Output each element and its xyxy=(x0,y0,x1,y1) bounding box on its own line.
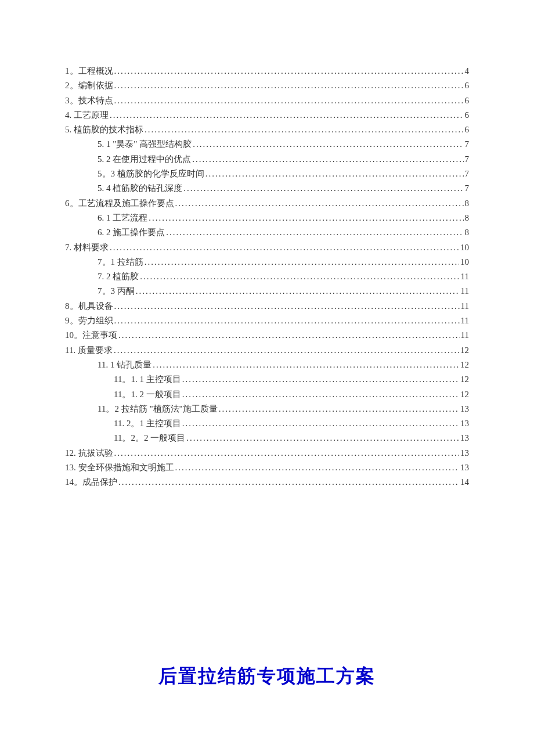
toc-page: 12 xyxy=(460,358,469,372)
toc-dots xyxy=(118,328,460,342)
toc-dots xyxy=(110,240,459,254)
toc-dots xyxy=(114,78,464,92)
toc-dots xyxy=(166,225,463,239)
toc-label: 4. 工艺原理 xyxy=(65,108,109,122)
toc-label: 13. 安全环保措施和文明施工 xyxy=(65,460,174,474)
toc-label: 11。1. 1 主控项目 xyxy=(114,372,181,386)
toc-dots xyxy=(186,431,459,445)
toc-entry: 11。1. 2 一般项目12 xyxy=(65,387,469,401)
toc-page: 13 xyxy=(460,431,469,445)
toc-entry: 9。劳力组织11 xyxy=(65,314,469,327)
toc-entry: 1。工程概况4 xyxy=(65,64,469,78)
toc-page: 4 xyxy=(465,64,470,78)
toc-dots xyxy=(205,167,464,181)
toc-entry: 13. 安全环保措施和文明施工13 xyxy=(65,460,469,474)
toc-entry: 7。3 丙酮11 xyxy=(65,284,469,298)
toc-dots xyxy=(114,299,460,313)
toc-entry: 5. 植筋胶的技术指标6 xyxy=(65,123,469,136)
toc-entry: 6. 2 施工操作要点8 xyxy=(65,225,469,239)
toc-label: 10。注意事项 xyxy=(65,328,117,342)
toc-dots xyxy=(145,255,459,269)
toc-dots xyxy=(145,123,464,136)
toc-page: 12 xyxy=(460,343,469,357)
toc-page: 6 xyxy=(465,108,470,122)
toc-dots xyxy=(114,93,464,107)
toc-page: 7 xyxy=(465,152,470,166)
toc-entry: 4. 工艺原理6 xyxy=(65,108,469,122)
toc-label: 5. 4 植筋胶的钻孔深度 xyxy=(98,181,182,195)
toc-dots xyxy=(192,152,463,166)
toc-dots xyxy=(136,284,460,298)
toc-page: 7 xyxy=(465,167,470,181)
toc-entry: 5. 1 "昊泰" 高强型结构胶7 xyxy=(65,137,469,151)
toc-label: 8。机具设备 xyxy=(65,299,113,313)
toc-page: 13 xyxy=(460,460,469,474)
toc-label: 7. 2 植筋胶 xyxy=(98,269,139,283)
toc-entry: 2。编制依据6 xyxy=(65,78,469,92)
toc-page: 12 xyxy=(460,387,469,401)
toc-label: 6. 1 工艺流程 xyxy=(98,211,147,225)
toc-page: 11 xyxy=(461,328,469,342)
toc-entry: 11。2。2 一般项目13 xyxy=(65,431,469,445)
toc-label: 14。成品保护 xyxy=(65,475,117,489)
toc-entry: 11。2 拉结筋 "植筋法"施工质量13 xyxy=(65,402,469,416)
toc-page: 11 xyxy=(461,314,469,327)
toc-entry: 7。1 拉结筋10 xyxy=(65,255,469,269)
toc-dots xyxy=(140,269,459,283)
toc-page: 8 xyxy=(465,225,470,239)
toc-entry: 5. 2 在使用过程中的优点7 xyxy=(65,152,469,166)
toc-entry: 14。成品保护14 xyxy=(65,475,469,489)
toc-dots xyxy=(114,446,460,460)
toc-page: 11 xyxy=(461,284,469,298)
table-of-contents: 1。工程概况4 2。编制依据6 3。技术特点6 4. 工艺原理6 5. 植筋胶的… xyxy=(65,64,469,489)
toc-page: 12 xyxy=(460,372,469,386)
toc-page: 8 xyxy=(465,196,470,210)
toc-dots xyxy=(193,137,463,151)
toc-entry: 11. 质量要求12 xyxy=(65,343,469,357)
toc-label: 11。2。2 一般项目 xyxy=(114,431,185,445)
toc-page: 6 xyxy=(465,93,470,107)
toc-page: 6 xyxy=(465,78,470,92)
toc-entry: 5。3 植筋胶的化学反应时间7 xyxy=(65,167,469,181)
toc-page: 11 xyxy=(461,269,469,283)
toc-page: 7 xyxy=(465,181,470,195)
toc-label: 5。3 植筋胶的化学反应时间 xyxy=(98,167,204,181)
toc-label: 11。2 拉结筋 "植筋法"施工质量 xyxy=(98,402,218,416)
toc-dots xyxy=(182,372,459,386)
toc-page: 13 xyxy=(460,402,469,416)
toc-entry: 11。1. 1 主控项目12 xyxy=(65,372,469,386)
toc-page: 14 xyxy=(460,475,469,489)
toc-entry: 6。工艺流程及施工操作要点8 xyxy=(65,196,469,210)
toc-label: 6。工艺流程及施工操作要点 xyxy=(65,196,174,210)
toc-label: 11。1. 2 一般项目 xyxy=(114,387,181,401)
toc-label: 5. 植筋胶的技术指标 xyxy=(65,123,143,136)
toc-dots xyxy=(114,343,459,357)
toc-label: 5. 2 在使用过程中的优点 xyxy=(98,152,191,166)
toc-label: 7。3 丙酮 xyxy=(98,284,135,298)
toc-entry: 6. 1 工艺流程8 xyxy=(65,211,469,225)
toc-entry: 5. 4 植筋胶的钻孔深度7 xyxy=(65,181,469,195)
toc-dots xyxy=(175,196,464,210)
toc-page: 11 xyxy=(461,299,469,313)
toc-entry: 8。机具设备11 xyxy=(65,299,469,313)
toc-dots xyxy=(114,64,464,78)
toc-label: 1。工程概况 xyxy=(65,64,113,78)
toc-dots xyxy=(182,416,459,430)
toc-entry: 3。技术特点6 xyxy=(65,93,469,107)
toc-dots xyxy=(175,460,460,474)
toc-label: 11. 质量要求 xyxy=(65,343,113,357)
toc-page: 6 xyxy=(465,123,470,136)
toc-page: 13 xyxy=(460,416,469,430)
toc-label: 5. 1 "昊泰" 高强型结构胶 xyxy=(98,137,192,151)
toc-dots xyxy=(149,211,463,225)
toc-label: 3。技术特点 xyxy=(65,93,113,107)
toc-entry: 11. 2。1 主控项目13 xyxy=(65,416,469,430)
toc-label: 11. 1 钻孔质量 xyxy=(98,358,151,372)
toc-page: 7 xyxy=(465,137,470,151)
toc-entry: 12. 抗拔试验13 xyxy=(65,446,469,460)
toc-entry: 7. 2 植筋胶11 xyxy=(65,269,469,283)
toc-label: 7。1 拉结筋 xyxy=(98,255,143,269)
toc-label: 6. 2 施工操作要点 xyxy=(98,225,165,239)
toc-label: 11. 2。1 主控项目 xyxy=(114,416,181,430)
toc-entry: 7. 材料要求10 xyxy=(65,240,469,254)
